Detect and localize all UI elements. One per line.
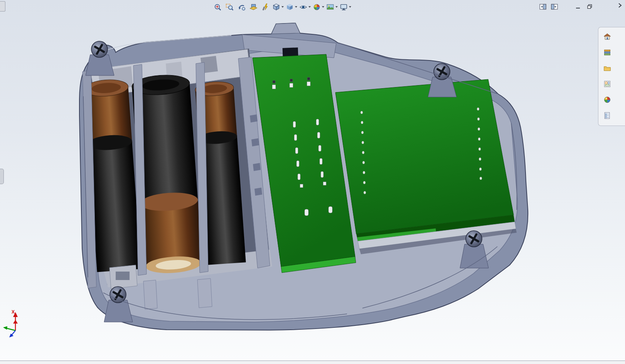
view-settings-button[interactable]: [339, 2, 352, 12]
task-pane-tab-resources-home[interactable]: [601, 30, 613, 43]
view-settings-icon: [340, 3, 348, 11]
orientation-triad: X: [2, 307, 32, 341]
design-library-icon: [603, 48, 611, 57]
section-view-button[interactable]: [248, 2, 259, 12]
heads-up-toolbar: [212, 2, 352, 12]
dock-pane-right-button[interactable]: [550, 3, 559, 10]
edit-appearance-icon: [313, 3, 321, 11]
pcb-main[interactable]: [335, 79, 517, 254]
collapsed-panel-tab-top[interactable]: [0, 1, 5, 12]
expand-right-icon: [618, 3, 622, 8]
edit-appearance-button[interactable]: [312, 2, 325, 12]
status-bar: [0, 361, 625, 364]
dock-pane-right-icon: [551, 4, 558, 10]
expand-right-button[interactable]: [616, 2, 624, 10]
view-palette-icon: [603, 79, 611, 89]
previous-view-icon: [238, 3, 246, 11]
task-pane-tab-design-library[interactable]: [601, 46, 613, 59]
custom-properties-icon: [603, 111, 611, 120]
zoom-to-fit-icon: [214, 3, 222, 11]
hide-show-items-button[interactable]: [299, 2, 311, 12]
dock-controls: [539, 3, 559, 10]
zoom-to-area-button[interactable]: [224, 2, 235, 12]
appearances-sphere-icon: [603, 95, 611, 104]
folder-icon: [603, 64, 611, 73]
zoom-to-fit-button[interactable]: [212, 2, 223, 12]
restore-icon: [587, 4, 593, 9]
task-pane-tab-custom-properties[interactable]: [601, 109, 613, 122]
zoom-to-area-icon: [226, 3, 234, 11]
task-pane: [598, 27, 625, 126]
hide-show-items-dropdown-arrow[interactable]: [308, 6, 311, 8]
hide-show-items-icon: [299, 3, 307, 11]
triad-x-label: X: [12, 309, 15, 315]
previous-view-button[interactable]: [236, 2, 247, 12]
view-orientation-dropdown-arrow[interactable]: [281, 6, 284, 8]
dock-pane-left-icon: [539, 4, 546, 10]
task-pane-tab-appearances-scenes[interactable]: [601, 94, 613, 106]
window-system-controls: [574, 3, 593, 10]
minimize-button[interactable]: [574, 3, 581, 10]
view-orientation-button[interactable]: [272, 2, 284, 12]
apply-scene-dropdown-arrow[interactable]: [335, 6, 338, 8]
edit-appearance-dropdown-arrow[interactable]: [322, 6, 324, 8]
dynamic-annotation-views-button[interactable]: [260, 2, 271, 12]
task-pane-tab-view-palette[interactable]: [601, 78, 613, 90]
dock-pane-left-button[interactable]: [539, 3, 547, 10]
display-style-dropdown-arrow[interactable]: [295, 6, 297, 8]
minimize-icon: [575, 4, 581, 9]
section-view-icon: [249, 3, 258, 11]
apply-scene-icon: [326, 3, 334, 11]
home-icon: [603, 32, 611, 41]
restore-button[interactable]: [586, 3, 593, 10]
display-style-button[interactable]: [285, 2, 298, 12]
application-window: X: [0, 0, 625, 364]
view-orientation-icon: [272, 3, 280, 11]
dynamic-annotation-views-icon: [261, 3, 270, 11]
task-pane-tab-file-explorer[interactable]: [601, 62, 613, 74]
view-settings-dropdown-arrow[interactable]: [349, 6, 351, 8]
apply-scene-button[interactable]: [326, 2, 338, 12]
display-style-icon: [286, 3, 294, 11]
viewport-3d[interactable]: [0, 0, 625, 361]
collapsed-panel-tab-middle[interactable]: [0, 169, 4, 184]
